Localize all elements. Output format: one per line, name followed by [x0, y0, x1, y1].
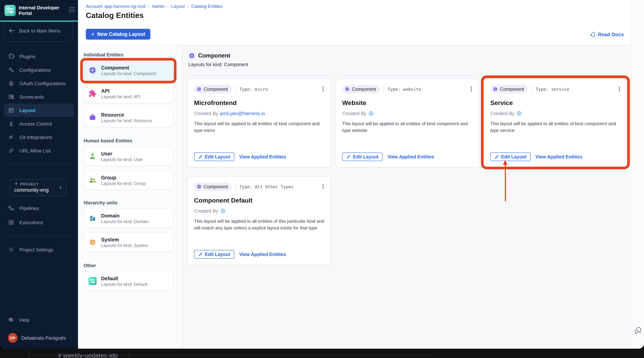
chevron-right-icon [58, 185, 63, 190]
edit-layout-button[interactable]: Edit Layout [194, 250, 234, 259]
created-by: Created By [490, 111, 522, 116]
entity-item-group[interactable]: GroupLayouts for kind: Group [84, 170, 173, 190]
breadcrumb-separator: › [164, 4, 171, 9]
kebab-menu-icon[interactable] [320, 183, 326, 189]
person-icon [8, 120, 14, 127]
play-box-icon [8, 219, 14, 226]
entity-item-system[interactable]: SystemLayouts for kind: System [84, 232, 173, 252]
layouts-area: Component Layouts for kind: Component Co… [182, 46, 630, 349]
entity-item-user[interactable]: UserLayouts for kind: User [84, 146, 173, 166]
layout-title: Website [342, 99, 366, 107]
project-selector[interactable]: PROJECT community-eng [10, 179, 66, 196]
component-chip-icon [345, 87, 350, 92]
component-chip-icon [88, 66, 97, 74]
entity-sub: Layouts for kind: Group [101, 181, 146, 186]
sidebar: Internal Developer Portal Back to Main M… [0, 0, 78, 349]
sidebar-item-layout[interactable]: Layout [4, 103, 74, 117]
layout-title: Component Default [194, 197, 252, 205]
lock-icon [8, 80, 14, 87]
sidebar-item-executions[interactable]: Executions [4, 215, 74, 230]
entity-item-domain[interactable]: DomainLayouts for kind: Domain [84, 209, 173, 228]
sidebar-item-oauth-configurations[interactable]: OAuth Configurations [4, 77, 74, 90]
entity-item-default[interactable]: DefaultLayouts for kind: Default [84, 271, 173, 291]
sidebar-item-access-control[interactable]: Access Control [4, 117, 74, 130]
layout-description: This layout will be applied to all entit… [490, 120, 621, 134]
entity-item-api[interactable]: APILayouts for kind: API [84, 84, 173, 103]
view-applied-entities-link[interactable]: View Applied Entities [239, 252, 286, 257]
scorecard-icon [8, 93, 14, 100]
puzzle-icon [8, 53, 14, 60]
breadcrumb-admin[interactable]: Admin [152, 4, 164, 9]
slack-channel-text: # weekly-updates-idp [58, 352, 118, 358]
app-grid-icon[interactable] [69, 7, 75, 13]
chat-bubbles-icon[interactable] [633, 326, 642, 335]
entity-name: Default [101, 276, 148, 281]
right-gutter [630, 0, 644, 349]
page-header: Account: app-harness-ng-cicd › Admin › L… [78, 0, 630, 46]
brand: Internal Developer Portal [4, 5, 75, 16]
sidebar-item-plugins[interactable]: Plugins [4, 50, 74, 63]
sidebar-item-label: OAuth Configurations [20, 81, 66, 86]
entity-name: Component [101, 65, 156, 70]
divider [384, 85, 384, 93]
kind-subtitle: Layouts for kind: Component [188, 62, 248, 67]
idp-logo-icon [4, 5, 16, 16]
user-menu[interactable]: DP Debabrata Panigrahi [4, 331, 75, 344]
entity-sub: Layouts for kind: Component [101, 71, 156, 76]
view-applied-entities-link[interactable]: View Applied Entities [239, 154, 286, 159]
api-puzzle-icon [88, 89, 97, 98]
edit-layout-button[interactable]: Edit Layout [490, 152, 530, 161]
back-to-main-menu[interactable]: Back to Main Menu [4, 27, 73, 34]
layers-icon [14, 182, 18, 186]
entity-item-component[interactable]: ComponentLayouts for kind: Component [84, 61, 173, 80]
breadcrumb-account[interactable]: Account: app-harness-ng-cicd [86, 4, 145, 9]
edit-layout-button[interactable]: Edit Layout [342, 152, 382, 161]
brand-title: Internal Developer Portal [19, 5, 59, 16]
sidebar-item-label: Configurations [20, 67, 51, 73]
breadcrumb-layout[interactable]: Layout [171, 4, 185, 9]
sidebar-item-url-allow-list[interactable]: URL Allow List [4, 144, 74, 157]
new-catalog-layout-button[interactable]: + New Catalog Layout [86, 29, 150, 40]
view-applied-entities-link[interactable]: View Applied Entities [387, 154, 434, 159]
help-chat-icon: ? [8, 316, 14, 323]
kebab-menu-icon[interactable] [320, 86, 326, 92]
entity-name: API [101, 88, 140, 94]
sidebar-item-project-settings[interactable]: Project Settings [4, 243, 74, 256]
layout-description: This layout will be applied to all entit… [342, 120, 473, 134]
entity-item-resource[interactable]: ResourceLayouts for kind: Resource [84, 108, 173, 127]
git-branch-icon [8, 134, 14, 140]
sidebar-item-configurations[interactable]: Configurations [4, 63, 74, 77]
section-label: Human based Entities [84, 138, 182, 143]
breadcrumb-separator: › [145, 4, 152, 9]
component-chip-icon [188, 52, 195, 59]
divider [532, 85, 532, 93]
layout-card-website: Component Type: website Website Created … [336, 79, 479, 167]
edit-layout-button[interactable]: Edit Layout [194, 152, 234, 161]
created-by-link[interactable]: jenil.jain@harness.io [220, 111, 265, 116]
read-docs-link[interactable]: Read Docs [590, 31, 624, 37]
link-icon [8, 147, 14, 154]
sidebar-item-git-integrations[interactable]: Git Integrations [4, 130, 74, 144]
sidebar-item-label: Layout [20, 107, 35, 113]
pencil-icon [494, 154, 499, 159]
breadcrumb-current[interactable]: Catalog Entities [191, 4, 222, 9]
entity-sub: Layouts for kind: API [101, 94, 140, 99]
page-title: Catalog Entities [86, 11, 144, 20]
harness-user-icon [368, 111, 374, 116]
entity-kind-panel: Individual Entities ComponentLayouts for… [78, 46, 182, 349]
kebab-menu-icon[interactable] [468, 86, 474, 92]
user-icon [88, 152, 97, 160]
component-chip-icon [197, 184, 202, 189]
layout-title: Microfrontend [194, 99, 237, 107]
briefcase-icon [88, 113, 97, 121]
sidebar-item-help[interactable]: ? Help [4, 313, 74, 327]
view-applied-entities-link[interactable]: View Applied Entities [536, 154, 582, 159]
entity-sub: Layouts for kind: Domain [101, 219, 148, 224]
sidebar-item-scorecards[interactable]: Scorecards [4, 90, 74, 103]
app-window: Internal Developer Portal Back to Main M… [0, 0, 644, 349]
kind-badge: Component [194, 182, 232, 191]
kebab-menu-icon[interactable] [616, 86, 622, 92]
system-gear-icon [88, 238, 97, 246]
type-label: Type: All Other Types [239, 184, 294, 189]
sidebar-item-pipelines[interactable]: Pipelines [4, 201, 74, 215]
